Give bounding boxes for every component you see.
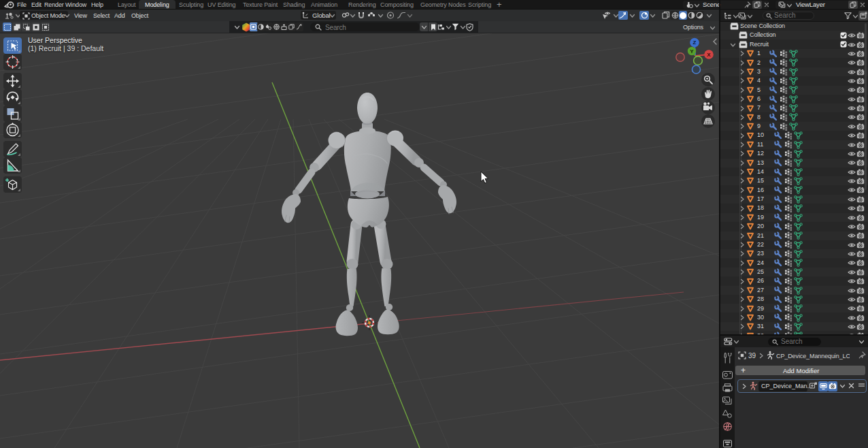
svg-text:Z: Z bbox=[693, 39, 697, 46]
svg-text:X: X bbox=[707, 52, 711, 58]
svg-text:Y: Y bbox=[690, 48, 694, 54]
